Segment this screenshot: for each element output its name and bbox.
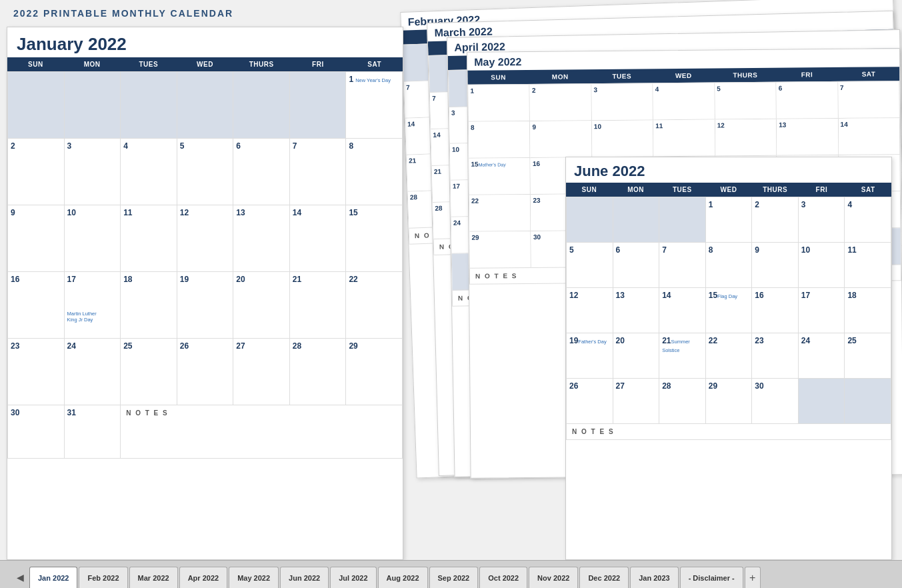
- jan-day-headers: SUN MON TUES WED THURS FRI SAT: [7, 57, 403, 71]
- tab-oct-2022[interactable]: Oct 2022: [479, 567, 527, 588]
- table-row: 26: [177, 339, 234, 405]
- table-row: 30: [752, 379, 799, 424]
- table-row: 21: [290, 272, 347, 339]
- table-row: 11: [121, 205, 177, 272]
- tab-jan-2022[interactable]: Jan 2022: [29, 567, 77, 588]
- tab-feb-2022[interactable]: Feb 2022: [79, 567, 127, 588]
- table-row: 12: [177, 205, 234, 272]
- table-row: 22: [706, 333, 753, 379]
- table-row: [567, 197, 613, 243]
- table-row: 10: [799, 243, 845, 288]
- table-row: 11: [653, 120, 715, 157]
- table-row: 8: [469, 121, 531, 159]
- jun-day-headers: SUN MON TUES WED THURS FRI SAT: [566, 183, 891, 197]
- table-row: [233, 72, 290, 139]
- table-row: 5: [715, 83, 777, 120]
- jan-title: January 2022: [7, 27, 403, 57]
- table-row: 29: [346, 339, 403, 405]
- table-row: [177, 72, 234, 139]
- tab-aug-2022[interactable]: Aug 2022: [378, 567, 428, 588]
- table-row: 18: [845, 288, 891, 333]
- table-row: 13: [777, 119, 839, 156]
- table-row: 17Martin LutherKing Jr Day: [65, 272, 121, 339]
- table-row: 2: [752, 197, 799, 243]
- tab-jan-2023[interactable]: Jan 2023: [630, 567, 678, 588]
- table-row: 9: [530, 121, 592, 158]
- table-row: 10: [592, 120, 654, 157]
- table-row: 17: [799, 288, 845, 333]
- table-row: 25: [845, 333, 891, 379]
- table-row: 2: [8, 139, 65, 205]
- table-row: 7: [290, 139, 347, 205]
- tab-mar-2022[interactable]: Mar 2022: [129, 567, 178, 588]
- table-row: 4: [121, 139, 177, 205]
- table-row: 24: [799, 333, 845, 379]
- table-row: 9: [752, 243, 799, 288]
- table-row: 15Flag Day: [706, 288, 753, 333]
- table-row: 24: [65, 339, 121, 405]
- table-row: 3: [591, 83, 653, 121]
- table-row: 5: [177, 139, 234, 205]
- table-row: 4: [845, 197, 891, 243]
- jan-notes-label: N O T E S: [121, 405, 403, 459]
- tab-nov-2022[interactable]: Nov 2022: [529, 567, 578, 588]
- table-row: 3: [799, 197, 845, 243]
- table-row: 5: [567, 243, 613, 288]
- tab-sep-2022[interactable]: Sep 2022: [429, 567, 479, 588]
- tab-bar: ◀ Jan 2022 Feb 2022 Mar 2022 Apr 2022 Ma…: [0, 560, 902, 588]
- tab-dec-2022[interactable]: Dec 2022: [579, 567, 629, 588]
- table-row: [799, 379, 845, 424]
- jan-calendar: January 2022 SUN MON TUES WED THURS FRI …: [7, 27, 403, 560]
- table-row: 2: [530, 84, 592, 121]
- tab-jul-2022[interactable]: Jul 2022: [330, 567, 376, 588]
- table-row: 9: [8, 205, 65, 272]
- table-row: 19: [177, 272, 234, 339]
- table-row: 28: [659, 379, 706, 424]
- jun-title: June 2022: [566, 157, 891, 183]
- table-row: 23: [8, 339, 65, 405]
- table-row: 31: [65, 405, 121, 459]
- table-row: 13: [233, 205, 290, 272]
- jun-calendar: June 2022 SUN MON TUES WED THURS FRI SAT…: [565, 157, 892, 560]
- table-row: 22: [346, 272, 403, 339]
- table-row: 16: [752, 288, 799, 333]
- table-row: 25: [121, 339, 177, 405]
- table-row: 29: [469, 231, 531, 269]
- table-row: 1: [706, 197, 753, 243]
- table-row: 10: [65, 205, 121, 272]
- main-area: 2022 PRINTABLE MONTHLY CALENDAR February…: [0, 0, 902, 560]
- table-row: 1: [468, 85, 530, 122]
- tab-scroll-left[interactable]: ◀: [13, 567, 27, 588]
- table-row: [845, 379, 891, 424]
- table-row: 11: [845, 243, 891, 288]
- table-row: 7: [838, 81, 900, 119]
- jun-notes: N O T E S: [567, 424, 891, 440]
- table-row: 23: [752, 333, 799, 379]
- table-row: 26: [567, 379, 613, 424]
- table-row: 30: [8, 405, 65, 459]
- table-row: 27: [613, 379, 660, 424]
- table-row: 14: [838, 118, 900, 155]
- table-row: [659, 197, 706, 243]
- table-row: 8: [706, 243, 753, 288]
- table-row: 20: [613, 333, 660, 379]
- tab-add-button[interactable]: +: [745, 567, 761, 588]
- table-row: [121, 72, 177, 139]
- table-row: 4: [653, 83, 715, 121]
- tab-disclaimer[interactable]: - Disclaimer -: [680, 567, 743, 588]
- tab-may-2022[interactable]: May 2022: [229, 567, 279, 588]
- table-row: 12: [567, 288, 613, 333]
- table-row: 21SummerSolstice: [659, 333, 706, 379]
- table-row: 14: [290, 205, 347, 272]
- table-row: 8: [346, 139, 403, 205]
- table-row: 7: [659, 243, 706, 288]
- table-row: 20: [233, 272, 290, 339]
- table-row: 28: [290, 339, 347, 405]
- tab-jun-2022[interactable]: Jun 2022: [280, 567, 329, 588]
- table-row: 16: [8, 272, 65, 339]
- table-row: 15: [346, 205, 403, 272]
- jun-grid: 1 2 3 4 5 6 7 8 9 10 11 12 13 14 15Flag …: [566, 197, 891, 440]
- table-row: [613, 197, 660, 243]
- tab-apr-2022[interactable]: Apr 2022: [179, 567, 227, 588]
- table-row: 6: [233, 139, 290, 205]
